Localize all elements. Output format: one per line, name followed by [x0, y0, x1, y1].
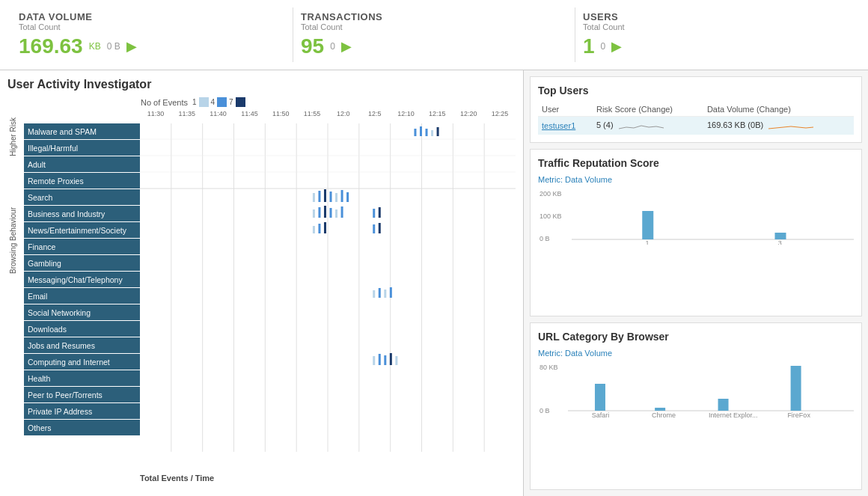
- svg-text:0 B: 0 B: [540, 407, 550, 414]
- right-panel: Top Users User Risk Score (Change) Data …: [524, 70, 868, 496]
- time-1135: 11:35: [171, 110, 203, 123]
- svg-rect-27: [313, 209, 315, 218]
- svg-text:0 B: 0 B: [540, 235, 550, 242]
- svg-text:Safari: Safari: [592, 411, 610, 419]
- category-finance: Finance: [24, 239, 140, 254]
- left-panel: User Activity Investigator No of Events …: [0, 70, 524, 496]
- total-events-label: Total Events / Time: [140, 474, 214, 483]
- chart-grid: 11:30 11:35 11:40 11:45 11:50 11:55 12:0…: [140, 110, 516, 486]
- svg-rect-33: [373, 209, 375, 218]
- svg-rect-43: [390, 287, 392, 298]
- svg-rect-15: [414, 129, 416, 136]
- svg-rect-21: [318, 191, 320, 202]
- svg-rect-32: [341, 206, 343, 218]
- metrics-bar: DATA VOLUME Total Count 169.63 KB 0 B ▶ …: [0, 0, 868, 70]
- traffic-reputation-section: Traffic Reputation Score Metric: Data Vo…: [530, 149, 862, 316]
- legend-box-dark: [236, 97, 245, 107]
- svg-rect-41: [379, 288, 381, 298]
- user-row-1: testuser1 5 (4) 169.63 KB (0B): [538, 117, 854, 135]
- category-jobs: Jobs and Resumes: [24, 337, 140, 353]
- category-computing: Computing and Internet: [24, 354, 140, 370]
- user-volume-cell: 169.63 KB (0B): [703, 117, 854, 135]
- user-risk-cell: 5 (4): [593, 117, 703, 135]
- transactions-secondary: 0: [330, 41, 335, 52]
- activity-svg: [140, 123, 516, 469]
- higher-risk-label: Higher Risk: [9, 117, 17, 156]
- legend-val-3: 7: [229, 98, 233, 106]
- svg-rect-25: [341, 190, 343, 202]
- svg-rect-40: [373, 290, 375, 298]
- data-volume-sub: Total Count: [19, 22, 278, 31]
- url-chart-area: 80 KB 0 B Safari Chrome Internet Explor.…: [538, 362, 854, 422]
- legend-val-2: 4: [211, 98, 216, 106]
- users-sub: Total Count: [583, 22, 842, 31]
- time-1225: 12:25: [484, 110, 516, 123]
- activity-grid: [140, 123, 516, 469]
- url-chart-svg: 80 KB 0 B Safari Chrome Internet Explor.…: [538, 362, 854, 422]
- category-gambling: Gambling: [24, 255, 140, 271]
- url-category-title: URL Category By Browser: [538, 331, 854, 343]
- data-volume-metric: DATA VOLUME Total Count 169.63 KB 0 B ▶: [11, 7, 293, 62]
- svg-rect-19: [437, 127, 439, 136]
- url-bar-safari: [595, 384, 605, 411]
- url-bar-firefox: [791, 366, 801, 411]
- transactions-metric: TRANSACTIONS Total Count 95 0 ▶: [293, 7, 575, 62]
- category-p2p: Peer to Peer/Torrents: [24, 387, 140, 402]
- transactions-icon: ▶: [341, 38, 352, 55]
- time-1150: 11:50: [265, 110, 296, 123]
- users-secondary: 0: [601, 41, 606, 52]
- col-volume: Data Volume (Change): [703, 102, 854, 117]
- time-1220: 12:20: [453, 110, 484, 123]
- time-1215: 12:15: [421, 110, 453, 123]
- svg-rect-20: [313, 193, 315, 202]
- url-metric-value: Data Volume: [565, 349, 612, 358]
- svg-rect-30: [330, 208, 332, 218]
- svg-text:Chrome: Chrome: [652, 411, 676, 419]
- data-volume-secondary: 0 B: [107, 41, 120, 52]
- svg-rect-29: [324, 206, 326, 218]
- legend-box-medium: [217, 97, 227, 107]
- svg-text:1: 1: [645, 239, 649, 245]
- svg-rect-24: [335, 193, 337, 202]
- svg-rect-47: [390, 353, 392, 365]
- svg-text:FireFox: FireFox: [787, 411, 810, 419]
- category-social: Social Networking: [24, 304, 140, 320]
- traffic-reputation-title: Traffic Reputation Score: [538, 157, 854, 169]
- category-malware: Malware and SPAM: [24, 123, 140, 139]
- col-user: User: [538, 102, 593, 117]
- svg-rect-31: [335, 209, 337, 218]
- category-health: Health: [24, 370, 140, 386]
- svg-rect-34: [379, 207, 381, 218]
- transactions-value: 95: [301, 34, 324, 58]
- svg-rect-46: [384, 355, 386, 365]
- category-private-ip: Private IP Address: [24, 403, 140, 419]
- svg-rect-18: [431, 130, 433, 136]
- data-volume-value: 169.63: [19, 34, 83, 58]
- user-link-testuser1[interactable]: testuser1: [542, 121, 575, 130]
- svg-rect-35: [313, 226, 315, 233]
- svg-rect-28: [318, 207, 320, 218]
- traffic-chart-area: 200 KB 100 KB 0 B 1 3: [538, 189, 854, 245]
- category-downloads: Downloads: [24, 321, 140, 337]
- traffic-bar-2: [775, 233, 786, 239]
- svg-rect-48: [395, 356, 397, 365]
- svg-rect-36: [318, 224, 320, 233]
- time-1155: 11:55: [296, 110, 328, 123]
- category-illegal: Illegal/Harmful: [24, 140, 140, 156]
- time-1130: 11:30: [140, 110, 171, 123]
- top-users-title: Top Users: [538, 85, 854, 97]
- svg-rect-23: [330, 192, 332, 202]
- svg-rect-37: [324, 222, 326, 233]
- category-proxies: Remote Proxies: [24, 173, 140, 189]
- categories-column: Malware and SPAM Illegal/Harmful Adult R…: [24, 110, 140, 486]
- category-email: Email: [24, 288, 140, 304]
- category-adult: Adult: [24, 156, 140, 172]
- user-volume-value: 169.63 KB (0B): [707, 120, 763, 129]
- risk-sparkline: [619, 120, 664, 132]
- col-risk: Risk Score (Change): [593, 102, 703, 117]
- time-1210: 12:10: [391, 110, 422, 123]
- traffic-metric-label: Metric: Data Volume: [538, 175, 854, 184]
- category-news: News/Entertainment/Society: [24, 222, 140, 238]
- svg-rect-45: [379, 354, 381, 365]
- time-1200: 12:0: [328, 110, 359, 123]
